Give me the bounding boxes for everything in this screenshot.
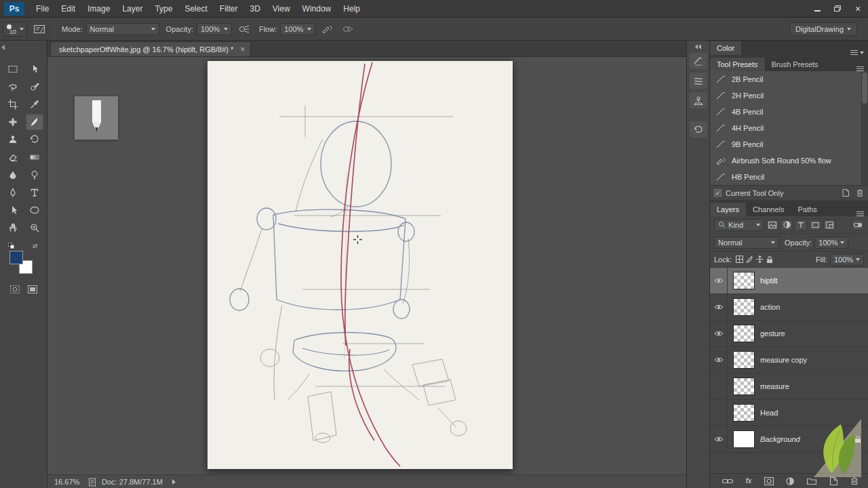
layer-row-measure-copy[interactable]: measure copy: [710, 347, 868, 373]
path-selection-tool[interactable]: [4, 202, 22, 218]
new-preset-icon[interactable]: [841, 188, 850, 197]
ellipse-shape-tool[interactable]: [26, 202, 43, 218]
menu-3d[interactable]: 3D: [243, 0, 266, 18]
tab-close-icon[interactable]: ×: [240, 45, 245, 54]
airbrush-toggle-button[interactable]: [319, 21, 336, 37]
layer-row-head[interactable]: Head: [710, 400, 868, 426]
tab-color[interactable]: Color: [710, 41, 741, 55]
canvas-document[interactable]: [208, 61, 513, 469]
brush-presets-panel-button[interactable]: [690, 73, 707, 89]
quick-selection-tool[interactable]: [26, 79, 43, 95]
tab-brush-presets[interactable]: Brush Presets: [765, 58, 825, 71]
filter-shape-layers-icon[interactable]: [809, 220, 821, 230]
filter-adjustment-layers-icon[interactable]: [781, 220, 793, 230]
preset-item[interactable]: HB Pencil: [710, 169, 868, 185]
screen-mode-icon[interactable]: [27, 285, 38, 294]
layer-thumbnail[interactable]: [733, 272, 755, 289]
filter-pixel-layers-icon[interactable]: [766, 220, 778, 230]
preset-item[interactable]: 4H Pencil: [710, 120, 868, 136]
delete-layer-icon[interactable]: [850, 476, 859, 485]
brush-panel-button[interactable]: [690, 53, 707, 69]
tab-paths[interactable]: Paths: [791, 203, 824, 216]
minimize-button[interactable]: [807, 1, 827, 16]
blur-tool[interactable]: [4, 167, 22, 183]
layer-row-hiptilt[interactable]: hiptilt: [710, 268, 868, 294]
canvas-viewport[interactable]: [47, 57, 686, 474]
layer-thumbnail[interactable]: [733, 351, 755, 369]
tab-channels[interactable]: Channels: [746, 203, 791, 216]
menu-view[interactable]: View: [267, 0, 296, 18]
quick-mask-icon[interactable]: [9, 285, 20, 294]
layer-row-gesture[interactable]: gesture: [710, 321, 868, 347]
lasso-tool[interactable]: [4, 79, 22, 95]
color-panel-menu[interactable]: [850, 50, 864, 55]
dodge-tool[interactable]: [26, 167, 43, 183]
lock-position-icon[interactable]: [756, 256, 764, 263]
clone-stamp-tool[interactable]: [4, 131, 22, 148]
layer-name[interactable]: gesture: [760, 329, 785, 338]
filter-smart-objects-icon[interactable]: [823, 220, 835, 230]
visibility-toggle[interactable]: [710, 426, 728, 452]
menu-image[interactable]: Image: [81, 0, 116, 18]
workspace-switcher[interactable]: DigitalDrawing: [789, 22, 857, 36]
layer-name[interactable]: measure copy: [760, 356, 807, 364]
eyedropper-tool[interactable]: [26, 96, 43, 113]
status-flyout-icon[interactable]: [172, 479, 176, 485]
layer-mask-icon[interactable]: [764, 477, 774, 485]
layer-blend-mode-select[interactable]: Normal: [714, 237, 779, 249]
presets-panel-menu[interactable]: [856, 66, 864, 71]
toggle-brush-panel-button[interactable]: [31, 21, 47, 37]
brush-tool[interactable]: [26, 114, 43, 130]
layer-thumbnail[interactable]: [733, 325, 755, 342]
close-button[interactable]: ×: [848, 1, 868, 16]
tab-layers[interactable]: Layers: [710, 203, 746, 216]
preset-item[interactable]: 9B Pencil: [710, 136, 868, 152]
visibility-toggle[interactable]: [710, 294, 728, 320]
visibility-toggle[interactable]: [710, 321, 728, 346]
preset-item[interactable]: 2H Pencil: [710, 87, 868, 104]
layer-row-measure[interactable]: measure: [710, 373, 868, 400]
filter-type-layers-icon[interactable]: [795, 220, 807, 230]
lock-transparency-icon[interactable]: [736, 256, 743, 263]
swap-colors-icon[interactable]: ⇄: [33, 243, 38, 249]
foreground-color-swatch[interactable]: [9, 251, 23, 264]
pressure-size-button[interactable]: [340, 21, 356, 37]
layer-thumbnail[interactable]: [733, 430, 755, 448]
layer-style-icon[interactable]: fx: [746, 477, 752, 485]
preset-item[interactable]: 2B Pencil: [710, 71, 868, 87]
layer-filter-kind-select[interactable]: Kind: [714, 219, 764, 231]
visibility-toggle[interactable]: [710, 347, 728, 373]
doc-status-icon[interactable]: [88, 477, 96, 487]
preset-item[interactable]: 4B Pencil: [710, 104, 868, 120]
restore-button[interactable]: [827, 1, 848, 16]
menu-edit[interactable]: Edit: [55, 0, 81, 18]
layer-row-background[interactable]: Background: [710, 426, 868, 453]
layer-thumbnail[interactable]: [733, 298, 755, 316]
menu-select[interactable]: Select: [178, 0, 213, 18]
visibility-toggle[interactable]: [710, 373, 728, 399]
presets-scrollbar[interactable]: [861, 71, 868, 185]
type-tool[interactable]: [26, 184, 43, 201]
crop-tool[interactable]: [4, 96, 22, 113]
pressure-opacity-button[interactable]: [236, 21, 252, 37]
default-colors-icon[interactable]: [8, 243, 15, 249]
layer-name[interactable]: Background: [760, 435, 800, 443]
collapse-tools-icon[interactable]: [1, 45, 5, 50]
expand-panels-icon[interactable]: [687, 44, 709, 49]
filter-toggle-icon[interactable]: [852, 220, 864, 230]
layer-name[interactable]: measure: [760, 382, 789, 390]
history-brush-tool[interactable]: [26, 131, 43, 148]
menu-type[interactable]: Type: [149, 0, 178, 18]
healing-brush-tool[interactable]: [4, 114, 22, 130]
menu-file[interactable]: File: [30, 0, 55, 18]
lock-paint-icon[interactable]: [746, 256, 753, 263]
link-layers-icon[interactable]: [722, 478, 733, 485]
visibility-toggle[interactable]: [710, 400, 728, 426]
zoom-tool[interactable]: [26, 220, 43, 236]
document-tab[interactable]: sketchpaperOffWhite.jpg @ 16.7% (hiptilt…: [50, 41, 251, 56]
layer-opacity-select[interactable]: 100%: [814, 237, 848, 249]
layers-panel-menu[interactable]: [856, 211, 864, 216]
blend-mode-select[interactable]: Normal: [86, 23, 159, 35]
layer-thumbnail[interactable]: [733, 404, 755, 422]
menu-filter[interactable]: Filter: [214, 0, 244, 18]
